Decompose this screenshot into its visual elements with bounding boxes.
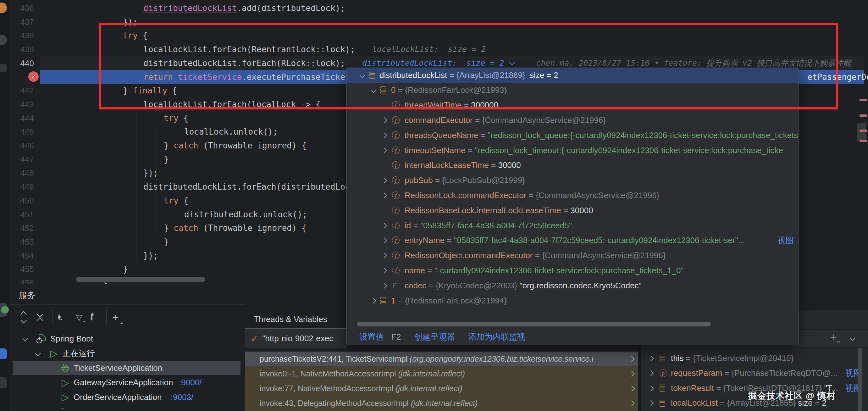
open-in-new-tab-icon[interactable]: + xyxy=(91,315,92,320)
popup-variable-row[interactable]: fRedissonLock.commandExecutor = {Command… xyxy=(347,188,798,203)
value-segment: { xyxy=(179,196,188,205)
add-watch-icon[interactable]: + xyxy=(830,331,837,344)
toolbar-separator xyxy=(52,310,53,325)
value-segment: ... xyxy=(738,236,745,245)
horizontal-scrollbar-thumb[interactable] xyxy=(76,277,205,282)
code-line[interactable]: try { xyxy=(164,111,188,125)
code-line[interactable]: } xyxy=(164,152,169,166)
create-renderer-link[interactable]: 创建呈现器 xyxy=(414,331,455,343)
frame-chevron-icon[interactable] xyxy=(629,371,634,376)
tree-chevron-icon[interactable] xyxy=(381,223,387,228)
tree-chevron-icon[interactable] xyxy=(381,147,387,153)
add-service-icon[interactable]: + xyxy=(113,311,119,324)
frame-chevron-icon[interactable] xyxy=(629,385,634,391)
view-options-eye-icon[interactable] xyxy=(59,315,60,320)
code-line[interactable]: localLock.unlock(); xyxy=(184,125,278,139)
code-line[interactable]: } xyxy=(164,235,169,249)
debug-toolwindow-icon[interactable] xyxy=(0,348,7,359)
tree-chevron-icon[interactable] xyxy=(648,400,654,406)
popup-variable-row[interactable]: fRedissonObject.commandExecutor = {Comma… xyxy=(347,248,798,263)
popup-variable-row[interactable]: fthreadsQueueName = "redisson_lock_queue… xyxy=(347,128,798,143)
value-segment: catch xyxy=(174,141,198,150)
value-segment: = xyxy=(489,160,498,170)
popup-variable-row[interactable]: ⚐codec = {Kryo5Codec@22003} "org.redisso… xyxy=(347,278,798,293)
tree-chevron-icon[interactable] xyxy=(648,355,654,361)
view-link[interactable]: 视图 xyxy=(777,235,794,246)
code-line[interactable]: } catch (Throwable ignored) { xyxy=(164,139,307,152)
frame-chevron-icon[interactable] xyxy=(629,356,634,362)
toolwindow-icon[interactable] xyxy=(0,64,7,72)
service-port[interactable]: :9003/ xyxy=(171,392,193,402)
popup-variable-row[interactable]: fid = "05835ff7-fac4-4a38-a004-7f72c59ce… xyxy=(347,218,798,233)
value-segment: = xyxy=(718,398,727,408)
tree-chevron-icon[interactable] xyxy=(22,335,28,341)
notification-icon[interactable] xyxy=(0,2,7,13)
services-tree-row--[interactable]: ▷正在运行 xyxy=(9,346,245,361)
popup-variable-row[interactable]: ftimeoutSetName = "redisson_lock_timeout… xyxy=(347,143,798,158)
frame-chevron-icon[interactable] xyxy=(629,400,634,406)
code-line[interactable]: distributedLockList.forEach(distributedL… xyxy=(143,180,379,194)
add-inline-watch-link[interactable]: 添加为内联监视 xyxy=(468,331,525,343)
code-line[interactable]: }); xyxy=(143,166,158,180)
code-line[interactable]: try { xyxy=(164,194,188,208)
code-line[interactable]: } xyxy=(123,262,128,276)
tree-chevron-icon[interactable] xyxy=(381,268,387,273)
tree-chevron-icon[interactable] xyxy=(381,253,387,258)
hide-panel-chevron-icon[interactable] xyxy=(849,335,855,341)
error-stripe-mark[interactable] xyxy=(860,99,867,101)
error-stripe-mark[interactable] xyxy=(860,140,867,142)
expand-all-icon[interactable] xyxy=(21,312,26,323)
toolwindow-icon[interactable] xyxy=(0,35,7,45)
popup-variable-row[interactable]: finternalLockLeaseTime = 30000 xyxy=(347,157,798,173)
stack-frame-row[interactable]: invoke0:-1, NativeMethodAccessorImpl (jd… xyxy=(245,366,638,381)
error-stripe-mark[interactable] xyxy=(860,114,867,117)
f2-shortcut-label: F2 xyxy=(392,332,401,342)
set-value-link[interactable]: 设置值 xyxy=(359,331,384,343)
run-triangle-icon: ▷ xyxy=(62,378,69,387)
collapse-all-icon[interactable] xyxy=(38,312,42,323)
tree-chevron-icon[interactable] xyxy=(648,385,654,391)
field-icon: f xyxy=(392,176,400,184)
run-triangle-icon: ▷ xyxy=(50,349,58,358)
code-line[interactable]: } catch (Throwable ignored) { xyxy=(164,221,307,235)
variable-row[interactable]: prequestParam = {PurchaseTicketReqDTO@..… xyxy=(641,366,868,381)
line-number: 439 xyxy=(9,42,34,56)
stack-frame-row[interactable]: invoke:77, NativeMethodAccessorImpl (jdk… xyxy=(245,381,638,396)
tree-chevron-icon[interactable] xyxy=(381,193,387,198)
popup-variable-row[interactable]: fpubSub = {LockPubSub@21999} xyxy=(347,173,798,188)
value-segment: = xyxy=(444,236,454,245)
popup-variable-row[interactable]: 1 = {RedissonFairLock@21994} xyxy=(347,293,798,308)
code-line[interactable]: }); xyxy=(143,249,158,263)
services-tree-row-orderserviceapplication[interactable]: ▷OrderServiceApplication:9003/ xyxy=(9,390,245,404)
tree-chevron-icon[interactable] xyxy=(381,133,387,138)
error-stripe-mark[interactable] xyxy=(860,129,867,132)
tree-chevron-icon[interactable] xyxy=(381,177,387,183)
code-line[interactable]: distributedLock.unlock(); xyxy=(184,208,307,222)
stack-frame-row[interactable]: invoke:43, DelegatingMethodAccessorImpl … xyxy=(245,396,638,411)
popup-variable-row[interactable]: fentryName = "05835ff7-fac4-4a38-a004-7f… xyxy=(347,233,798,248)
tree-chevron-icon[interactable] xyxy=(381,117,387,123)
services-tree-row-spring-boot[interactable]: Spring Boot xyxy=(9,331,245,346)
breakpoint-icon[interactable]: ✓ xyxy=(28,71,39,82)
line-number: 450 xyxy=(9,194,34,208)
popup-variable-row[interactable]: fRedissonBaseLock.internalLockLeaseTime … xyxy=(347,203,798,218)
services-tree-row-gatewayserviceapplication[interactable]: ▷GatewayServiceApplication:9000/ xyxy=(9,376,245,390)
tree-chevron-icon[interactable] xyxy=(35,350,40,356)
tree-chevron-icon[interactable] xyxy=(381,283,387,288)
services-toolwindow-icon[interactable] xyxy=(0,303,7,317)
popup-variable-row[interactable]: fcommandExecutor = {CommandAsyncService@… xyxy=(347,113,798,128)
stack-frame-row[interactable]: purchaseTicketsV2:441, TicketServiceImpl… xyxy=(245,352,638,366)
popup-variable-row[interactable]: fname = "-curtardly0924index12306-ticket… xyxy=(347,263,798,278)
tree-chevron-icon[interactable] xyxy=(370,298,376,303)
services-tree-row[interactable]: ▷ xyxy=(9,405,245,409)
filter-icon[interactable]: ▽ xyxy=(76,313,82,322)
tree-chevron-icon[interactable] xyxy=(648,371,654,376)
code-line[interactable]: distributedLockList.add(distributedLock)… xyxy=(143,1,345,15)
variable-row[interactable]: this = {TicketServiceImpl@20410} xyxy=(641,351,868,366)
service-port[interactable]: :9000/ xyxy=(179,378,202,387)
tree-chevron-icon[interactable] xyxy=(381,238,387,243)
toolwindow-icon[interactable] xyxy=(0,377,7,388)
services-tree-row-ticketserviceapplication[interactable]: TicketServiceApplication xyxy=(9,361,245,375)
popup-scrollbar-thumb[interactable] xyxy=(357,322,711,326)
vertical-scrollbar-thumb[interactable] xyxy=(857,123,866,141)
